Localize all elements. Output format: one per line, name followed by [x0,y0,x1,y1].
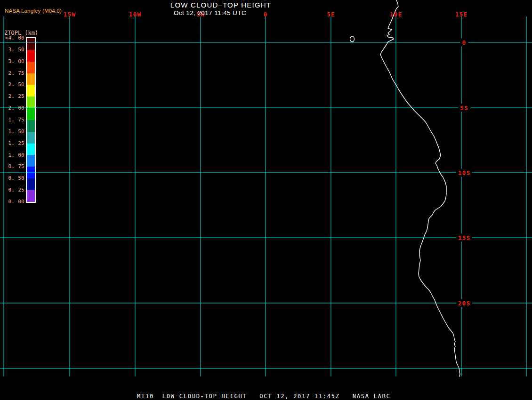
colorbar-tick-label: 2. 50 [0,81,24,88]
colorbar-tick-label: 3. 50 [0,47,24,53]
colorbar-tick-label: >4. 00 [0,35,24,41]
credit-label: NASA Langley (M04.0) [5,8,62,14]
colorbar-block-1 [27,50,35,62]
longitude-label-5E: 5E [327,11,335,18]
colorbar-block-11 [27,167,35,178]
colorbar-block-12 [27,178,35,190]
longitude-label-10E: 10E [390,11,402,18]
longitude-label-0: 0 [264,11,268,18]
colorbar-tick-label: 0. 25 [0,187,24,193]
colorbar-block-13 [27,190,35,202]
colorbar-block-3 [27,73,35,85]
colorbar-block-8 [27,132,35,144]
colorbar-tick-label: 1. 00 [0,152,24,158]
graticule [0,16,532,376]
page-title: LOW CLOUD–TOP HEIGHT [170,1,271,9]
colorbar-tick-label: 1. 75 [0,117,24,123]
colorbar-block-9 [27,144,35,155]
latitude-label-15S: 15S [456,234,472,242]
longitude-label-10W: 10W [129,11,141,18]
latitude-label-20S: 20S [456,299,472,307]
colorbar [26,37,36,203]
latitude-label-0: 0 [460,39,468,47]
colorbar-block-6 [27,108,35,120]
latitude-label-10S: 10S [456,169,472,177]
coastline [380,0,460,376]
colorbar-tick-label: 1. 25 [0,140,24,146]
colorbar-block-4 [27,85,35,96]
longitude-label-15W: 15W [64,11,76,18]
colorbar-block-10 [27,155,35,167]
colorbar-tick-label: 0. 00 [0,199,24,205]
colorbar-tick-label: 0. 75 [0,163,24,169]
colorbar-tick-label: 3. 00 [0,58,24,64]
island-outline [350,36,355,42]
map-canvas [0,0,532,400]
longitude-label-15E: 15E [455,11,468,18]
colorbar-tick-label: 2. 25 [0,93,24,99]
cloud-product-image: NASA Langley (M04.0) LOW CLOUD–TOP HEIGH… [0,0,532,400]
footer-caption: MT10 LOW CLOUD-TOP HEIGHT OCT 12, 2017 1… [137,393,390,400]
colorbar-block-0 [27,38,35,50]
colorbar-tick-label: 2. 75 [0,70,24,76]
colorbar-tick-label: 1. 50 [0,128,24,135]
colorbar-block-2 [27,62,35,73]
latitude-label-5S: 5S [458,104,470,112]
colorbar-tick-label: 2. 00 [0,105,24,111]
timestamp-subtitle: Oct 12, 2017 11:45 UTC [174,9,246,16]
colorbar-block-7 [27,120,35,132]
colorbar-block-5 [27,96,35,108]
colorbar-tick-label: 0. 50 [0,175,24,181]
coastline-group [350,0,460,376]
